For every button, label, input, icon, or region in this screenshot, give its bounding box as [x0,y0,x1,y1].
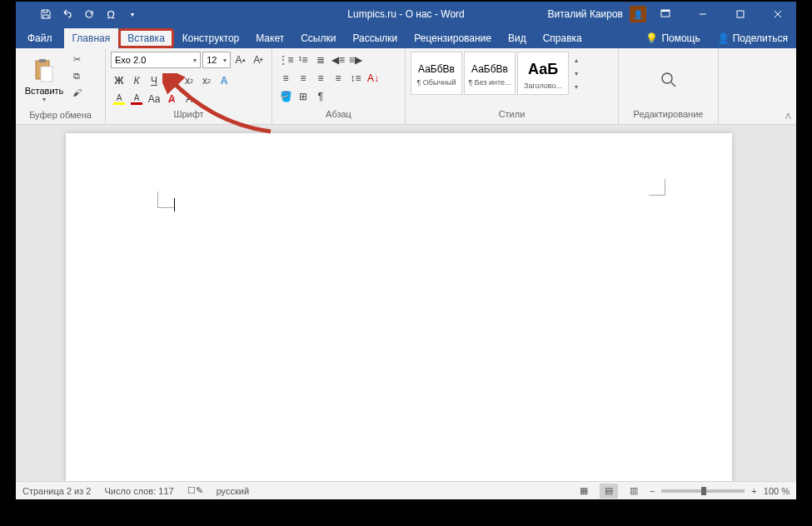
svg-rect-2 [661,10,670,12]
tab-review[interactable]: Рецензирование [406,28,500,48]
svg-line-9 [671,82,675,87]
spellcheck-icon[interactable]: ☐✎ [187,485,203,496]
scissors-icon: ✂ [73,54,81,65]
sort-button[interactable]: A↓ [365,70,381,87]
document-title: Lumpics.ru - О нас - Word [347,8,464,20]
styles-gallery-more[interactable]: ▴ ▾ ▾ [570,52,582,95]
maximize-button[interactable] [721,2,759,27]
document-area[interactable] [16,125,796,481]
decrease-indent-button[interactable]: ◀≡ [330,52,346,68]
page-indicator[interactable]: Страница 2 из 2 [22,486,91,496]
shrink-font-button[interactable]: A▾ [250,52,267,68]
word-window: Ω ▾ Lumpics.ru - О нас - Word Виталий Ка… [16,2,796,499]
paste-button[interactable]: Вставить ▾ [21,52,67,108]
tab-layout[interactable]: Макет [247,28,292,48]
tab-file[interactable]: Файл [16,28,64,48]
close-button[interactable] [759,2,796,27]
document-page[interactable] [66,133,732,481]
tab-references[interactable]: Ссылки [292,28,344,48]
underline-button[interactable]: Ч [146,72,162,89]
brush-icon: 🖌 [72,87,82,97]
tab-help[interactable]: Справка [535,28,590,48]
zoom-out-button[interactable]: − [650,486,655,496]
line-spacing-button[interactable]: ↕≡ [347,70,364,87]
style-normal[interactable]: АаБбВв ¶ Обычный [411,52,462,95]
tab-home[interactable]: Главная [64,28,119,48]
change-case-button[interactable]: Aa [146,91,162,107]
find-button[interactable] [652,63,685,97]
show-marks-button[interactable]: ¶ [312,88,329,105]
align-left-button[interactable]: ≡ [277,70,294,87]
numbering-button[interactable]: ¹≡ [295,52,311,68]
statusbar: Страница 2 из 2 Число слов: 117 ☐✎ русск… [16,481,796,499]
paste-label: Вставить [25,86,64,96]
highlight-button[interactable]: A [111,91,127,107]
align-right-button[interactable]: ≡ [312,70,329,87]
save-icon[interactable] [39,7,52,21]
bullets-button[interactable]: ⋮≡ [277,52,294,68]
justify-button[interactable]: ≡ [330,70,346,87]
group-paragraph: ⋮≡ ¹≡ ≣ ◀≡ ≡▶ ≡ ≡ ≡ ≡ ↕≡ A↓ 🪣 ⊞ ¶ [272,48,406,124]
tellme-label: Помощь [661,32,700,44]
text-effects-button[interactable]: A [216,72,232,89]
svg-rect-4 [737,11,744,17]
zoom-in-button[interactable]: + [751,486,756,496]
increase-indent-button[interactable]: ≡▶ [347,52,364,68]
font-color-button[interactable]: A [128,91,145,107]
subscript-button[interactable]: x2 [181,72,197,89]
copy-button[interactable]: ⧉ [69,68,84,83]
zoom-level[interactable]: 100 % [764,486,790,496]
tab-tellme[interactable]: 💡Помощь [637,28,708,48]
tab-insert[interactable]: Вставка [118,28,174,48]
redo-icon[interactable] [82,7,96,21]
zoom-slider[interactable] [661,489,745,493]
ribbon-display-button[interactable] [646,2,684,27]
tab-mailings[interactable]: Рассылки [344,28,406,48]
borders-icon: ⊞ [299,91,307,102]
italic-button[interactable]: К [128,72,145,89]
align-center-button[interactable]: ≡ [295,70,311,87]
borders-button[interactable]: ⊞ [295,88,311,105]
shading-button[interactable]: 🪣 [277,88,294,105]
cut-button[interactable]: ✂ [69,52,84,67]
format-painter-button[interactable]: 🖌 [69,85,84,100]
minimize-button[interactable] [684,2,721,27]
clear-formatting-button[interactable]: A̷ [163,91,180,107]
superscript-button[interactable]: x2 [198,72,215,89]
outdent-icon: ◀≡ [331,54,345,66]
character-border-button[interactable]: A [181,91,197,107]
margin-guide [157,191,174,208]
print-layout-button[interactable]: ▤ [600,484,618,499]
read-mode-button[interactable]: ▦ [575,484,593,499]
chevron-down-icon: ▾ [193,57,197,64]
language-indicator[interactable]: русский [217,486,249,496]
word-count[interactable]: Число слов: 117 [104,486,173,496]
ribbon-tabs: Файл Главная Вставка Конструктор Макет С… [16,27,796,48]
multilevel-button[interactable]: ≣ [312,52,329,68]
collapse-ribbon-button[interactable]: ᐱ [785,112,791,121]
window-controls [646,2,796,27]
font-name-combo[interactable]: Exo 2.0▾ [111,52,201,68]
dropdown-icon: ▾ [42,96,46,103]
user-info[interactable]: Виталий Каиров 👤 [547,6,646,22]
style-heading[interactable]: АаБ Заголово... [517,52,569,95]
page-icon: ▤ [605,485,613,496]
justify-icon: ≡ [335,72,341,84]
web-layout-button[interactable]: ▥ [625,484,643,499]
group-font: Exo 2.0▾ 12▾ A▴ A▾ Ж К Ч abc x2 x2 A A A [106,48,272,124]
zoom-thumb[interactable] [701,487,706,495]
styles-gallery: АаБбВв ¶ Обычный АаБбВв ¶ Без инте... Аа… [411,52,582,95]
tab-view[interactable]: Вид [500,28,535,48]
styles-group-label: Стили [409,109,615,122]
strikethrough-button[interactable]: abc [163,72,180,89]
qat-customize-icon[interactable]: ▾ [126,7,139,21]
bold-button[interactable]: Ж [111,72,127,89]
tab-share[interactable]: 👤Поделиться [709,28,796,48]
symbol-icon[interactable]: Ω [104,7,117,21]
font-size-combo[interactable]: 12▾ [202,52,231,68]
undo-icon[interactable] [61,7,74,21]
clipboard-icon [31,57,57,84]
tab-design[interactable]: Конструктор [174,28,247,48]
style-no-spacing[interactable]: АаБбВв ¶ Без инте... [464,52,516,95]
grow-font-button[interactable]: A▴ [232,52,249,68]
